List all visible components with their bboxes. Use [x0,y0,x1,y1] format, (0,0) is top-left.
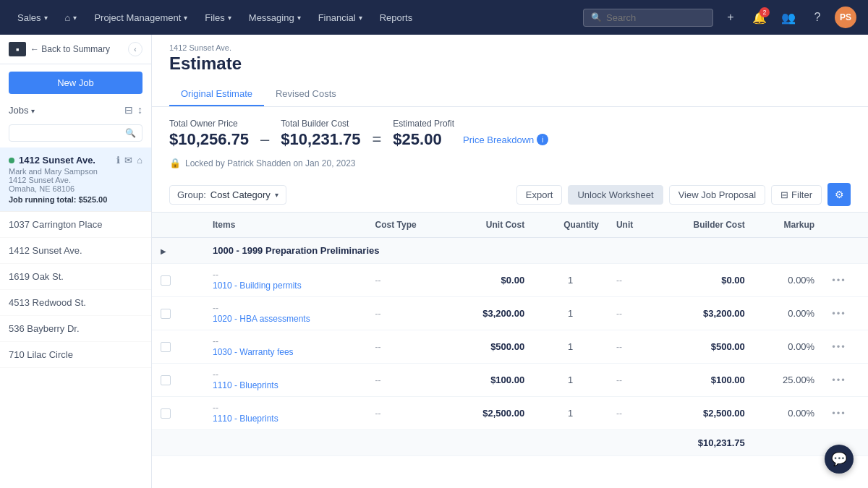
group-select[interactable]: Group: Cost Category ▾ [169,185,286,205]
list-item[interactable]: 536 Bayberry Dr. [0,316,151,342]
filter-icon: ⊟ [780,189,788,200]
list-item[interactable]: 710 Lilac Circle [0,342,151,368]
sidebar: ■ ← Back to Summary ‹ New Job Jobs ▾ ⊟ ↕ [0,35,152,488]
col-unit[interactable]: Unit [608,213,656,238]
table-total-row: $10,231.75 [152,430,868,456]
col-quantity[interactable]: Quantity [533,213,608,238]
chevron-left-icon: ‹ [134,46,136,53]
chevron-icon: ▾ [73,14,77,22]
table-header-row: Items Cost Type Unit Cost Quantity Unit … [152,213,868,238]
price-breakdown-link[interactable]: Price Breakdown i [463,122,548,145]
estimate-table: Items Cost Type Unit Cost Quantity Unit … [152,213,868,456]
unlock-worksheet-button[interactable]: Unlock Worksheet [568,185,663,205]
filter-icons: ⊟ ↕ [124,104,142,116]
group-row: ▶ 1000 - 1999 Preparation Preliminaries [152,238,868,264]
active-dot [9,158,14,163]
item-link[interactable]: 1020 - HBA assessments [213,314,310,324]
home-icon[interactable]: ⌂ [137,155,142,166]
chevron-icon: ▾ [44,14,48,22]
col-builder-cost[interactable]: Builder Cost [656,213,754,238]
row-actions-button[interactable]: ••• [832,408,846,419]
help-button[interactable]: ? [806,6,829,29]
job-item-active[interactable]: 1412 Sunset Ave. ℹ ✉ ⌂ Mark and Mary Sam… [0,147,151,212]
add-button[interactable]: + [719,6,742,29]
users-button[interactable]: 👥 [777,6,800,29]
jobs-search-wrap[interactable]: 🔍 [9,124,142,142]
table-row: -- 1110 - Blueprints -- $100.00 1 -- $10… [152,364,868,397]
col-markup[interactable]: Markup [754,213,823,238]
metric-owner-price: Total Owner Price $10,256.75 [169,119,249,149]
users-icon: 👥 [781,11,796,25]
toolbar-row: Group: Cost Category ▾ Export Unlock Wor… [152,177,868,213]
total-builder-cost: $10,231.75 [656,430,754,456]
chevron-down-icon: ▾ [275,191,278,199]
gear-icon: ⚙ [835,189,844,200]
row-checkbox[interactable] [161,342,171,352]
filter-icon[interactable]: ⊟ [124,104,133,116]
info-circle-icon: i [537,134,548,145]
jobs-dropdown[interactable]: Jobs ▾ [9,105,35,116]
item-link[interactable]: 1110 - Blueprints [213,414,278,424]
search-icon: 🔍 [125,128,136,138]
question-icon: ? [814,11,821,24]
expand-group-button[interactable]: ▶ [161,247,166,255]
top-navigation: Sales ▾ ⌂ ▾ Project Management ▾ Files ▾… [0,0,868,35]
new-job-button[interactable]: New Job [9,72,142,94]
list-item[interactable]: 1619 Oak St. [0,264,151,290]
settings-icon-button[interactable]: ⚙ [827,183,851,206]
col-cost-type[interactable]: Cost Type [367,213,450,238]
list-item[interactable]: 4513 Redwood St. [0,290,151,316]
row-actions-button[interactable]: ••• [832,275,846,286]
table-row: -- 1010 - Building permits -- $0.00 1 --… [152,264,868,297]
collapse-sidebar-button[interactable]: ‹ [128,42,142,56]
row-checkbox[interactable] [161,309,171,319]
chevron-icon: ▾ [184,14,187,22]
row-actions-button[interactable]: ••• [832,374,846,385]
row-checkbox[interactable] [161,375,171,385]
view-job-proposal-button[interactable]: View Job Proposal [669,185,765,205]
col-items[interactable]: Items [204,213,367,238]
plus-icon: + [727,11,733,24]
sort-icon[interactable]: ↕ [137,104,142,116]
mail-icon[interactable]: ✉ [124,155,132,166]
sidebar-header: ■ ← Back to Summary ‹ [0,35,151,64]
list-item[interactable]: 1412 Sunset Ave. [0,238,151,264]
col-select-all [152,213,179,238]
minus-separator: – [260,119,269,149]
col-expand [179,213,204,238]
row-actions-button[interactable]: ••• [832,308,846,319]
table-row: -- 1030 - Warranty fees -- $500.00 1 -- … [152,330,868,364]
tab-original-estimate[interactable]: Original Estimate [169,82,264,106]
filter-button[interactable]: ⊟ Filter [771,185,822,205]
back-to-summary-link[interactable]: ← Back to Summary [30,44,110,54]
nav-reports[interactable]: Reports [374,9,419,26]
search-input[interactable] [606,12,700,23]
export-button[interactable]: Export [516,185,563,205]
row-actions-button[interactable]: ••• [832,341,846,352]
nav-home[interactable]: ⌂ ▾ [59,9,83,26]
item-link[interactable]: 1010 - Building permits [213,281,302,291]
item-link[interactable]: 1110 - Blueprints [213,380,278,390]
jobs-search-input[interactable] [15,128,122,138]
row-checkbox[interactable] [161,408,171,419]
info-icon[interactable]: ℹ [116,155,120,166]
list-item[interactable]: 1037 Carrington Place [0,212,151,238]
page-title: Estimate [169,53,851,74]
item-link[interactable]: 1030 - Warranty fees [213,347,294,357]
row-checkbox[interactable] [161,275,171,286]
job-action-icons: ℹ ✉ ⌂ [116,155,142,166]
nav-sales[interactable]: Sales ▾ [12,9,54,26]
chat-bubble-button[interactable]: 💬 [825,445,854,474]
nav-messaging[interactable]: Messaging ▾ [243,9,307,26]
jobs-search-row: 🔍 [0,121,151,147]
user-avatar[interactable]: PS [835,7,856,28]
table-row: -- 1020 - HBA assessments -- $3,200.00 1… [152,297,868,330]
nav-search-bar[interactable]: 🔍 [583,9,713,27]
job-list: 1412 Sunset Ave. ℹ ✉ ⌂ Mark and Mary Sam… [0,147,151,488]
nav-project-management[interactable]: Project Management ▾ [88,9,193,26]
notifications-button[interactable]: 🔔 2 [748,6,771,29]
tab-revised-costs[interactable]: Revised Costs [264,82,348,106]
nav-financial[interactable]: Financial ▾ [312,9,368,26]
nav-files[interactable]: Files ▾ [199,9,237,26]
col-unit-cost[interactable]: Unit Cost [449,213,533,238]
